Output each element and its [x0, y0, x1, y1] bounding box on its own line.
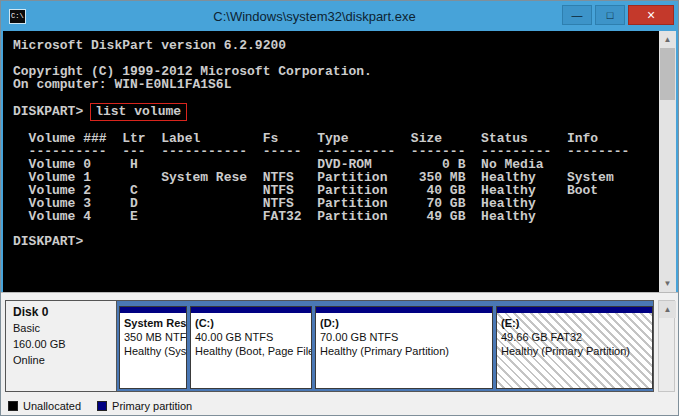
partition-box[interactable]: (C:)40.00 GB NTFSHealthy (Boot, Page Fil…: [190, 306, 312, 389]
legend-swatch: [8, 401, 18, 411]
partition-size: 40.00 GB NTFS: [195, 330, 307, 344]
partition-size: 70.00 GB NTFS: [320, 330, 488, 344]
scrollbar-thumb[interactable]: [660, 48, 675, 100]
disk-name: Disk 0: [13, 304, 109, 320]
legend-item: Primary partition: [97, 400, 192, 412]
partition-label: (D:): [320, 316, 488, 330]
disk-scroll-up-button[interactable]: ▲: [659, 301, 676, 318]
partition-status: Healthy (Primary Partition): [501, 344, 648, 358]
legend-label: Primary partition: [112, 400, 192, 412]
console-volume-table: Volume ### Ltr Label Fs Type Size Status…: [13, 132, 656, 223]
partition-size: 49.66 GB FAT32: [501, 330, 648, 344]
up-arrow-icon: ▲: [664, 35, 672, 44]
prompt-text: DISKPART>: [13, 105, 83, 118]
partition-info: (D:)70.00 GB NTFSHealthy (Primary Partit…: [316, 313, 492, 358]
partition-label: System Res: [124, 316, 182, 330]
minimize-button[interactable]: —: [562, 5, 592, 25]
command-highlight-box: list volume: [90, 103, 187, 121]
window-title: C:\Windows\system32\diskpart.exe: [61, 9, 568, 24]
legend-item: Unallocated: [8, 400, 81, 412]
disk-header[interactable]: Disk 0 Basic 160.00 GB Online: [5, 300, 117, 392]
disk-size: 160.00 GB: [13, 336, 109, 352]
console-output: Microsoft DiskPart version 6.2.9200 Copy…: [1, 31, 678, 292]
disk-status: Online: [13, 352, 109, 368]
console-prompt-line: DISKPART>list volume: [13, 102, 656, 121]
window-controls: — □ ×: [559, 5, 674, 25]
close-icon: ×: [647, 7, 655, 23]
partition-box[interactable]: (D:)70.00 GB NTFSHealthy (Primary Partit…: [315, 306, 493, 389]
legend-label: Unallocated: [23, 400, 81, 412]
partition-box[interactable]: System Res350 MB NTFHealthy (Sys: [119, 306, 187, 389]
legend: UnallocatedPrimary partition: [8, 400, 192, 412]
console-icon: C:\: [9, 9, 26, 24]
minimize-icon: —: [572, 9, 583, 21]
partition-status: Healthy (Sys: [124, 344, 182, 358]
partition-info: (C:)40.00 GB NTFSHealthy (Boot, Page Fil…: [191, 313, 311, 358]
console-final-prompt: DISKPART>: [13, 235, 656, 248]
maximize-button[interactable]: □: [595, 5, 625, 25]
partition-label: (C:): [195, 316, 307, 330]
disk-type: Basic: [13, 320, 109, 336]
up-arrow-icon: ▲: [664, 305, 672, 314]
partition-size: 350 MB NTF: [124, 330, 182, 344]
legend-swatch: [97, 401, 107, 411]
titlebar[interactable]: C:\ C:\Windows\system32\diskpart.exe — □…: [1, 1, 678, 31]
partition-status: Healthy (Primary Partition): [320, 344, 488, 358]
partition-info: System Res350 MB NTFHealthy (Sys: [120, 313, 186, 358]
disk-panel-scrollbar[interactable]: ▲: [658, 300, 675, 392]
diskpart-window: C:\ C:\Windows\system32\diskpart.exe — □…: [0, 0, 679, 416]
console-scrollbar[interactable]: ▲ ▼: [659, 31, 676, 292]
partition-status: Healthy (Boot, Page File,: [195, 344, 307, 358]
console-banner-text: Microsoft DiskPart version 6.2.9200 Copy…: [13, 39, 656, 91]
partition-info: (E:)49.66 GB FAT32Healthy (Primary Parti…: [497, 313, 652, 358]
maximize-icon: □: [607, 9, 614, 21]
disk-row: Disk 0 Basic 160.00 GB Online System Res…: [5, 300, 654, 392]
scroll-up-button[interactable]: ▲: [659, 31, 676, 48]
partition-label: (E:): [501, 316, 648, 330]
down-arrow-icon: ▼: [664, 279, 672, 288]
partitions-strip: System Res350 MB NTFHealthy (Sys(C:)40.0…: [117, 300, 654, 392]
scroll-down-button[interactable]: ▼: [659, 275, 676, 292]
close-button[interactable]: ×: [628, 5, 674, 25]
disk-management-panel: Disk 0 Basic 160.00 GB Online System Res…: [1, 292, 678, 415]
partition-box[interactable]: (E:)49.66 GB FAT32Healthy (Primary Parti…: [496, 306, 653, 389]
